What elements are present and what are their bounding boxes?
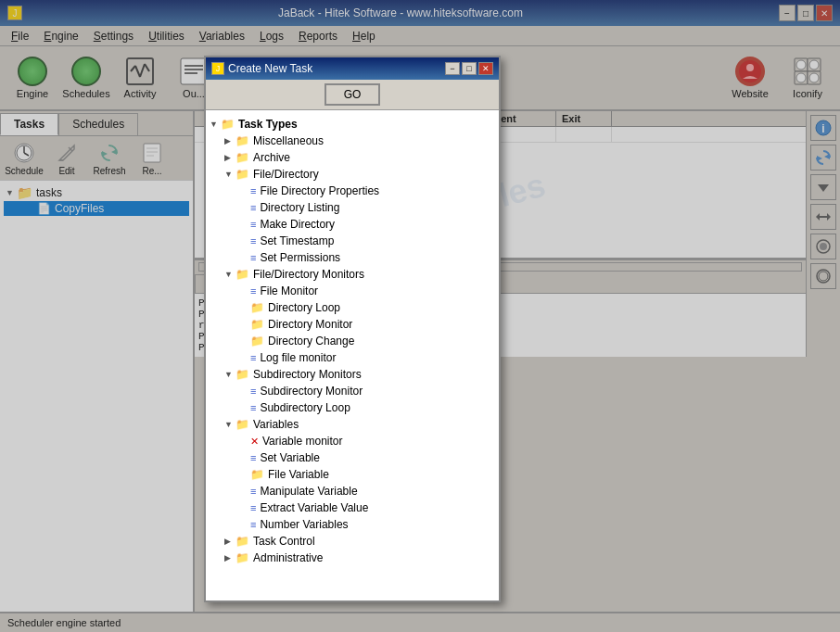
tree-log-monitor[interactable]: ≡ Log file monitor: [210, 349, 495, 366]
make-dir-icon: ≡: [250, 219, 256, 230]
tree-misc[interactable]: ▶ 📁 Miscellaneous: [210, 133, 495, 149]
tree-subdir-monitors[interactable]: ▼ 📁 Subdirectory Monitors: [210, 366, 495, 383]
modal-close[interactable]: ✕: [478, 62, 493, 75]
tree-file-monitor[interactable]: ≡ File Monitor: [210, 283, 495, 299]
tree-root-label: Task Types: [238, 118, 298, 131]
tree-timestamp[interactable]: ≡ Set Timestamp: [210, 233, 495, 249]
variables-folder: 📁: [235, 418, 249, 431]
modal-icon: J: [211, 62, 224, 75]
manip-var-label: Manipulate Variable: [260, 485, 357, 498]
tree-file-var[interactable]: 📁 File Variable: [210, 466, 495, 483]
filedir-folder: 📁: [235, 168, 249, 181]
file-var-icon: 📁: [250, 468, 264, 481]
log-mon-icon: ≡: [250, 352, 256, 363]
dir-loop-icon: 📁: [250, 301, 264, 314]
modal-toolbar: GO: [206, 80, 499, 110]
tree-subdir-monitor[interactable]: ≡ Subdirectory Monitor: [210, 383, 495, 399]
dir-mon-icon: 📁: [250, 318, 264, 331]
task-ctrl-label: Task Control: [253, 535, 315, 548]
extract-var-icon: ≡: [250, 502, 256, 513]
subdir-monitor-icon: ≡: [250, 386, 256, 397]
misc-label: Miscellaneous: [253, 134, 324, 147]
tree-dir-change[interactable]: 📁 Directory Change: [210, 333, 495, 349]
subdir-monitor-label: Subdirectory Monitor: [260, 385, 363, 398]
set-var-label: Set Variable: [260, 451, 319, 464]
modal-tree: ▼ 📁 Task Types ▶ 📁 Miscellaneous ▶ 📁 Arc…: [206, 110, 499, 600]
tree-archive[interactable]: ▶ 📁 Archive: [210, 149, 495, 166]
tree-permissions[interactable]: ≡ Set Permissions: [210, 249, 495, 266]
variables-label: Variables: [253, 418, 299, 431]
modal-title: Create New Task: [228, 62, 312, 75]
archive-label: Archive: [253, 151, 290, 164]
tree-extract-var[interactable]: ≡ Extract Variable Value: [210, 499, 495, 516]
tree-variables[interactable]: ▼ 📁 Variables: [210, 416, 495, 433]
make-dir-label: Make Directory: [260, 218, 335, 231]
dir-listing-label: Directory Listing: [260, 201, 339, 214]
timestamp-icon: ≡: [250, 235, 256, 246]
modal-minimize[interactable]: −: [445, 62, 460, 75]
permissions-label: Set Permissions: [260, 251, 340, 264]
root-folder: 📁: [221, 118, 235, 131]
archive-folder: 📁: [235, 151, 249, 164]
subdir-mon-label: Subdirectory Monitors: [253, 368, 362, 381]
subdir-loop-icon: ≡: [250, 402, 256, 413]
log-mon-label: Log file monitor: [260, 351, 336, 364]
modal-controls: − □ ✕: [445, 62, 493, 75]
tree-set-var[interactable]: ≡ Set Variable: [210, 449, 495, 466]
var-mon-label: Variable monitor: [262, 435, 342, 448]
filedir-mon-folder: 📁: [235, 268, 249, 281]
var-mon-icon: ✕: [250, 436, 259, 448]
manip-var-icon: ≡: [250, 486, 256, 497]
subdir-mon-folder: 📁: [235, 368, 249, 381]
file-dir-props-icon: ≡: [250, 185, 256, 196]
file-mon-label: File Monitor: [260, 284, 318, 297]
extract-var-label: Extract Variable Value: [260, 501, 368, 514]
tree-manip-var[interactable]: ≡ Manipulate Variable: [210, 483, 495, 499]
file-dir-props-label: File Directory Properties: [260, 184, 379, 197]
dir-loop-label: Directory Loop: [268, 301, 340, 314]
tree-task-control[interactable]: ▶ 📁 Task Control: [210, 533, 495, 550]
modal-title-bar: J Create New Task − □ ✕: [206, 57, 499, 80]
dir-mon-label: Directory Monitor: [268, 318, 352, 331]
go-button[interactable]: GO: [325, 83, 380, 106]
subdir-loop-label: Subdirectory Loop: [260, 401, 350, 414]
tree-file-dir-props[interactable]: ≡ File Directory Properties: [210, 183, 495, 199]
modal-maximize[interactable]: □: [462, 62, 477, 75]
dir-change-label: Directory Change: [268, 335, 354, 348]
tree-root-item[interactable]: ▼ 📁 Task Types: [210, 116, 495, 133]
tree-filedir-monitors[interactable]: ▼ 📁 File/Directory Monitors: [210, 266, 495, 283]
admin-folder: 📁: [235, 551, 249, 564]
tree-make-dir[interactable]: ≡ Make Directory: [210, 216, 495, 233]
filedir-mon-label: File/Directory Monitors: [253, 268, 364, 281]
tree-dir-loop[interactable]: 📁 Directory Loop: [210, 299, 495, 316]
dir-listing-icon: ≡: [250, 202, 256, 213]
file-var-label: File Variable: [268, 468, 329, 481]
tree-admin[interactable]: ▶ 📁 Administrative: [210, 550, 495, 566]
tree-dir-listing[interactable]: ≡ Directory Listing: [210, 199, 495, 216]
number-vars-icon: ≡: [250, 519, 256, 530]
tree-filedirectory[interactable]: ▼ 📁 File/Directory: [210, 166, 495, 183]
admin-label: Administrative: [253, 551, 323, 564]
misc-folder: 📁: [235, 134, 249, 147]
timestamp-label: Set Timestamp: [260, 234, 334, 247]
tree-dir-monitor[interactable]: 📁 Directory Monitor: [210, 316, 495, 333]
number-vars-label: Number Variables: [260, 518, 348, 531]
create-task-modal: J Create New Task − □ ✕ GO ▼ 📁 Task Type…: [204, 56, 501, 602]
tree-var-monitor[interactable]: ✕ Variable monitor: [210, 433, 495, 449]
filedir-label: File/Directory: [253, 168, 319, 181]
file-mon-icon: ≡: [250, 285, 256, 297]
task-ctrl-folder: 📁: [235, 535, 249, 548]
tree-subdir-loop[interactable]: ≡ Subdirectory Loop: [210, 399, 495, 416]
set-var-icon: ≡: [250, 452, 256, 463]
tree-number-vars[interactable]: ≡ Number Variables: [210, 516, 495, 533]
permissions-icon: ≡: [250, 252, 256, 263]
dir-change-icon: 📁: [250, 335, 264, 348]
